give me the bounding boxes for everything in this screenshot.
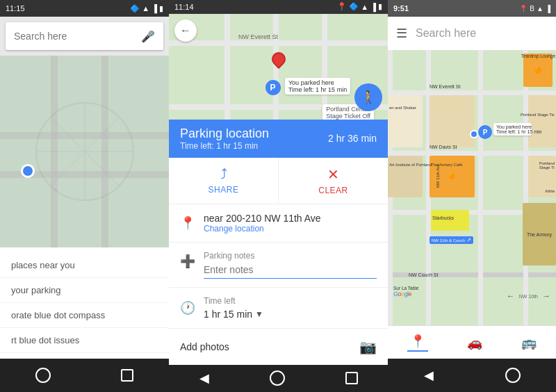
nw-11th-couch-label: NW 11th & Couch <box>432 238 465 243</box>
status-icons-2: 📍 🔷 ▲ ▐ ▮ <box>337 2 382 11</box>
athletic-label: Athle <box>545 189 555 193</box>
map-navigation: ← NW 10th → <box>507 291 550 301</box>
parked-here-label: You parked hereTime left: 1 hr 15 min <box>285 78 350 95</box>
home-dot <box>21 164 35 178</box>
back-button-nav-2[interactable]: ◀ <box>199 370 209 386</box>
add-photos-label: Add photos <box>180 341 229 352</box>
nw-11th-couch-badge[interactable]: NW 11th & Couch ↗ <box>430 236 473 244</box>
tab-location[interactable]: 📍 <box>407 334 428 352</box>
bottom-tabs-3: 📍 🚗 🚌 <box>388 325 556 359</box>
battery-icon: ▮ <box>159 4 163 13</box>
recents-button-2[interactable] <box>345 372 358 384</box>
bottom-nav-2: ◀ <box>169 365 388 392</box>
parking-info-text: Parking location Time left: 1 hr 15 min <box>180 126 269 151</box>
home-button-2[interactable] <box>270 370 285 386</box>
battery-icon-2: ▮ <box>378 2 382 11</box>
bluetooth-icon-3: B <box>530 5 534 13</box>
status-icons-3: 📍 B ▲ ▐ <box>519 5 550 13</box>
clear-button[interactable]: ✕ CLEAR <box>279 158 388 204</box>
teardrop-icon: 🟠 <box>534 67 541 74</box>
time-left-label: Time left <box>204 296 377 306</box>
destination-marker <box>272 52 286 66</box>
ben-shaker-label: en and Shaker <box>389 106 416 110</box>
address-label: near 200-210 NW 11th Ave <box>204 213 321 224</box>
search-bar-1[interactable]: 🎤 <box>6 22 163 50</box>
walk-directions-button[interactable]: 🚶 <box>354 83 382 111</box>
notes-icon: ➕ <box>180 254 195 269</box>
car-tab-icon: 🚗 <box>467 335 482 350</box>
notes-input[interactable] <box>204 264 377 279</box>
menu-item-places[interactable]: places near you <box>0 253 169 278</box>
recents-button-1[interactable] <box>121 369 133 382</box>
search-input-1[interactable] <box>14 31 141 42</box>
hamburger-menu-icon[interactable]: ☰ <box>396 26 407 41</box>
map-area-1 <box>0 56 169 247</box>
parking-marker: P <box>265 80 281 95</box>
share-button[interactable]: ⤴ SHARE <box>169 158 279 204</box>
wifi-icon-2: ▲ <box>361 3 368 11</box>
location-icon-3: 📍 <box>519 5 528 13</box>
signal-icon-2: ▐ <box>370 3 376 11</box>
home-button-1[interactable] <box>35 368 51 383</box>
nw-davis-label: NW Davis St <box>430 145 457 149</box>
panel-map-full: 9:51 📍 B ▲ ▐ ☰ Search here 🟠 Teardrop Lo… <box>388 0 556 392</box>
bottom-nav-3: ◀ <box>388 359 556 392</box>
share-icon: ⤴ <box>220 166 227 182</box>
map-area-3[interactable]: 🟠 Teardrop Lounge NW Everett St en and S… <box>388 50 556 325</box>
dropdown-arrow-icon[interactable]: ▼ <box>255 309 263 319</box>
parking-icon: P <box>265 80 281 95</box>
mic-icon[interactable]: 🎤 <box>141 30 155 43</box>
status-icons-1: 🔷 ▲ ▐ ▮ <box>130 4 163 13</box>
starbucks-block[interactable]: ⭐ <box>431 210 469 231</box>
menu-item-parking[interactable]: your parking <box>0 278 169 303</box>
art-institute-block <box>388 156 423 197</box>
status-time-2: 11:14 <box>174 3 194 11</box>
time-left-section: 🕐 Time left 1 hr 15 min ▼ <box>169 288 388 329</box>
time-content: Time left 1 hr 15 min ▼ <box>204 296 377 320</box>
tab-transit[interactable]: 🚗 <box>467 335 482 350</box>
search-label-3[interactable]: Search here <box>416 27 476 40</box>
bus-tab-icon: 🚌 <box>521 335 537 350</box>
panel-parking-detail: 11:14 📍 🔷 ▲ ▐ ▮ ← NW Everett St P <box>169 0 388 392</box>
parking-location: 📍 near 200-210 NW 11th Ave Change locati… <box>169 204 388 243</box>
teardrop-lounge-label: Teardrop Lounge <box>521 54 555 58</box>
status-bar-1: 11:15 🔷 ▲ ▐ ▮ <box>0 0 169 17</box>
portland-stage-2-label: PortlandStage Ti <box>539 161 555 170</box>
armory-cafe-icon: 🟠 <box>449 174 455 179</box>
tab-active-indicator <box>407 350 428 352</box>
teardrop-lounge-block[interactable]: 🟠 <box>523 54 553 87</box>
nw-everett-label: NW Everett St <box>430 84 460 89</box>
tab-bus[interactable]: 🚌 <box>521 335 537 350</box>
menu-item-compass[interactable]: orate blue dot compass <box>0 303 169 328</box>
back-button-2[interactable]: ← <box>174 19 197 42</box>
change-location-link[interactable]: Change location <box>204 224 321 234</box>
compass-icon <box>29 96 140 207</box>
time-selector[interactable]: 1 hr 15 min ▼ <box>204 309 377 320</box>
parking-info-bar: Parking location Time left: 1 hr 15 min … <box>169 120 388 158</box>
block-right-1 <box>528 95 556 147</box>
status-time-3: 9:51 <box>393 4 409 13</box>
nw-couch-label: NW Couch St <box>409 272 438 277</box>
back-button-nav-3[interactable]: ◀ <box>424 368 434 383</box>
search-header-3: ☰ Search here <box>388 17 556 50</box>
nw-11th-label: NW 11th Ave <box>436 164 440 188</box>
camera-icon[interactable]: 📷 <box>359 338 377 355</box>
right-arrow-icon: → <box>542 291 550 301</box>
status-bar-3: 9:51 📍 B ▲ ▐ <box>388 0 556 17</box>
map-area-2: ← NW Everett St P You parked hereTime le… <box>169 14 388 120</box>
bluetooth-icon-2: 🔷 <box>349 2 359 11</box>
street-label-2: NW Everett St <box>238 33 278 40</box>
parking-marker-3[interactable]: P <box>478 125 492 139</box>
signal-icon-3: ▐ <box>546 5 550 13</box>
sur-la-table-label: Sur La Table <box>393 286 418 291</box>
menu-item-issues[interactable]: rt blue dot issues <box>0 328 169 353</box>
wifi-icon-3: ▲ <box>537 5 543 13</box>
armory-block[interactable]: The Armory <box>523 203 556 266</box>
status-bar-2: 11:14 📍 🔷 ▲ ▐ ▮ <box>169 0 388 14</box>
signal-icon: ▐ <box>152 4 157 13</box>
location-text: near 200-210 NW 11th Ave Change location <box>204 213 321 234</box>
bottom-nav-1 <box>0 359 169 392</box>
add-photos-section: Add photos 📷 <box>169 329 388 365</box>
home-button-3[interactable] <box>505 368 521 383</box>
block-center-1 <box>430 95 475 147</box>
